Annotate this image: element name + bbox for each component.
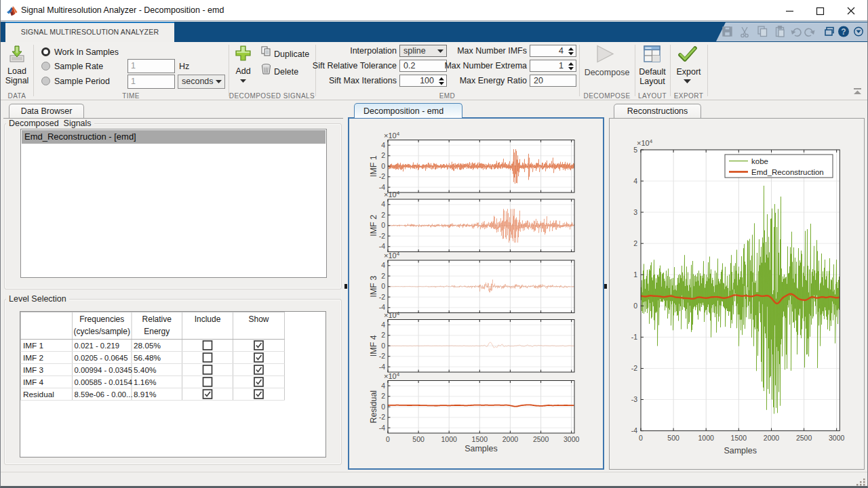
svg-text:Relative: Relative [142,314,172,324]
svg-text:8.91%: 8.91% [134,390,157,399]
svg-text:0: 0 [381,342,385,350]
svg-text:3000: 3000 [829,434,845,442]
svg-text:-4: -4 [379,183,385,191]
svg-text:-3: -3 [631,395,637,403]
svg-text:4: 4 [381,200,385,208]
svg-text:1: 1 [633,270,637,279]
svg-text:Energy: Energy [144,327,170,336]
svg-text:2500: 2500 [533,435,549,443]
svg-text:0: 0 [381,282,385,290]
svg-text:(cycles/sample): (cycles/sample) [74,327,130,336]
svg-text:1000: 1000 [441,435,458,443]
svg-text:?: ? [841,27,846,37]
svg-text:2500: 2500 [796,434,812,442]
svg-text:0.0205 - 0.0645: 0.0205 - 0.0645 [75,354,128,362]
svg-text:2: 2 [381,331,385,339]
svg-text:-2: -2 [379,232,385,240]
svg-text:4: 4 [381,141,385,149]
svg-text:IMF 3: IMF 3 [369,276,378,298]
svg-text:kobe: kobe [751,157,768,165]
svg-text:3: 3 [633,208,637,216]
svg-text:-2: -2 [379,172,385,180]
svg-text:0: 0 [381,221,385,229]
svg-text:0.00585 - 0.0154: 0.00585 - 0.0154 [75,378,132,386]
svg-text:IMF 1: IMF 1 [23,341,43,350]
svg-text:Frequencies: Frequencies [79,314,124,324]
svg-text:IMF 4: IMF 4 [369,335,378,357]
svg-text:4: 4 [381,261,385,269]
svg-text:8.59e-06 - 0.00...: 8.59e-06 - 0.00... [75,390,133,399]
svg-text:Emd_Reconstruction: Emd_Reconstruction [751,168,824,176]
svg-text:IMF 3: IMF 3 [23,365,44,375]
svg-text:0.021 - 0.219: 0.021 - 0.219 [75,342,120,350]
svg-text:0: 0 [381,162,385,170]
svg-text:4: 4 [633,177,637,185]
svg-text:Samples: Samples [465,444,498,453]
svg-text:×104: ×104 [637,138,653,147]
svg-text:×104: ×104 [384,310,400,319]
svg-text:-2: -2 [631,364,637,372]
svg-text:5.40%: 5.40% [134,365,157,375]
svg-text:×104: ×104 [384,371,400,380]
svg-text:2000: 2000 [764,434,780,442]
svg-text:0.00994 - 0.0345: 0.00994 - 0.0345 [75,366,132,374]
svg-text:-1: -1 [631,333,637,341]
svg-text:2: 2 [381,392,385,400]
svg-text:-4: -4 [379,363,385,371]
svg-text:3000: 3000 [564,435,580,443]
svg-text:IMF 2: IMF 2 [369,215,378,237]
svg-text:2: 2 [381,151,385,159]
svg-text:-2: -2 [379,293,385,301]
svg-text:1500: 1500 [731,434,747,442]
svg-text:Samples: Samples [724,446,757,455]
svg-text:2: 2 [381,211,385,219]
svg-text:0: 0 [386,435,390,443]
svg-text:-4: -4 [379,303,385,311]
svg-text:Residual: Residual [23,390,54,399]
svg-text:-4: -4 [379,424,385,432]
svg-text:IMF 4: IMF 4 [23,378,44,387]
svg-text:-2: -2 [379,352,385,360]
svg-text:-4: -4 [379,242,385,250]
svg-text:-2: -2 [379,413,385,421]
svg-text:0: 0 [639,434,643,442]
svg-text:-4: -4 [631,426,637,434]
svg-text:0: 0 [633,302,637,310]
svg-text:Include: Include [195,314,221,324]
svg-text:IMF 1: IMF 1 [369,155,378,177]
svg-text:2000: 2000 [502,435,519,443]
svg-text:1.16%: 1.16% [134,378,157,387]
svg-text:4: 4 [381,321,385,329]
svg-text:56.48%: 56.48% [134,353,161,363]
svg-text:Show: Show [248,314,269,324]
svg-text:2: 2 [381,272,385,280]
svg-text:×104: ×104 [384,131,400,140]
svg-text:4: 4 [381,382,385,390]
svg-text:Residual: Residual [369,390,378,424]
svg-text:IMF 2: IMF 2 [23,353,43,363]
svg-text:×104: ×104 [384,190,400,199]
svg-text:28.05%: 28.05% [134,341,161,350]
svg-text:2: 2 [633,239,637,247]
svg-text:500: 500 [412,435,425,443]
svg-text:1500: 1500 [472,435,488,443]
svg-text:500: 500 [667,434,679,442]
svg-text:×104: ×104 [384,251,400,260]
svg-text:0: 0 [381,403,385,411]
svg-text:1000: 1000 [698,434,715,442]
